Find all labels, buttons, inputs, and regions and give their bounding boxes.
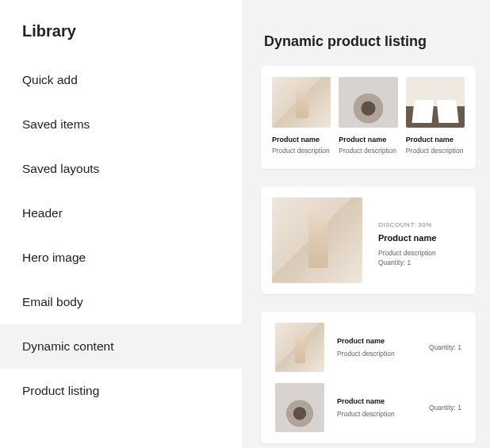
sidebar: Library Quick add Saved items Saved layo… xyxy=(0,0,242,448)
product-name: Product name xyxy=(406,136,465,144)
product-quantity: Quantity: 1 xyxy=(378,258,411,266)
product-image xyxy=(275,383,324,432)
product-image xyxy=(275,323,324,372)
product-quantity: Quantity: 1 xyxy=(429,343,461,351)
product-description: Product description xyxy=(339,147,397,155)
product-description: Product description xyxy=(378,249,436,257)
sidebar-title: Library xyxy=(0,17,242,58)
product-name: Product name xyxy=(272,136,331,144)
product-image xyxy=(272,197,362,283)
sidebar-item-saved-items[interactable]: Saved items xyxy=(0,102,242,147)
sidebar-item-email-body[interactable]: Email body xyxy=(0,280,242,324)
sidebar-item-quick-add[interactable]: Quick add xyxy=(0,58,242,102)
product-image xyxy=(272,77,331,128)
product-details: DISCOUNT: 30% Product name Product descr… xyxy=(378,197,436,268)
product-description: Product description xyxy=(337,410,416,418)
product-description: Product description xyxy=(272,147,331,155)
page-title: Dynamic product listing xyxy=(264,33,476,50)
product-description: Product description xyxy=(337,350,416,358)
grid-item: Product name Product description xyxy=(406,77,465,155)
preview-card-feature[interactable]: DISCOUNT: 30% Product name Product descr… xyxy=(261,186,476,294)
preview-card-list[interactable]: Product name Product description Quantit… xyxy=(261,312,476,443)
grid-item: Product name Product description xyxy=(339,77,397,155)
grid-item: Product name Product description xyxy=(272,77,331,155)
product-image xyxy=(406,77,465,128)
sidebar-item-saved-layouts[interactable]: Saved layouts xyxy=(0,147,242,191)
product-image xyxy=(339,77,397,128)
discount-label: DISCOUNT: 30% xyxy=(378,221,436,228)
product-description: Product description xyxy=(406,147,465,155)
product-name: Product name xyxy=(339,136,397,144)
product-name: Product name xyxy=(337,397,416,405)
product-name: Product name xyxy=(378,233,436,243)
list-item: Product name Product description Quantit… xyxy=(275,323,461,372)
sidebar-item-header[interactable]: Header xyxy=(0,191,242,235)
product-name: Product name xyxy=(337,337,416,345)
preview-card-grid[interactable]: Product name Product description Product… xyxy=(261,66,476,169)
list-item: Product name Product description Quantit… xyxy=(275,383,461,432)
sidebar-item-product-listing[interactable]: Product listing xyxy=(0,369,242,413)
sidebar-item-hero-image[interactable]: Hero image xyxy=(0,235,242,280)
product-quantity: Quantity: 1 xyxy=(429,404,461,412)
main-panel[interactable]: Dynamic product listing Product name Pro… xyxy=(242,0,490,448)
sidebar-item-dynamic-content[interactable]: Dynamic content xyxy=(0,324,242,369)
